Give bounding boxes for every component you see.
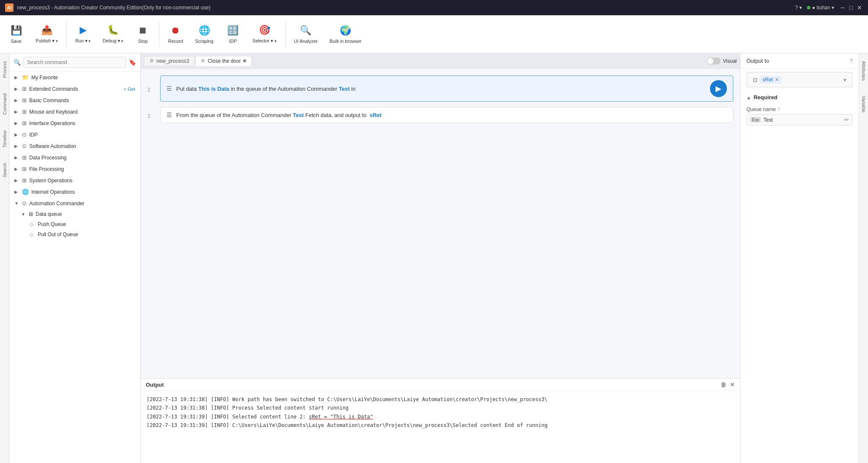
tree-item-label: File Processing xyxy=(29,166,64,172)
output-title: Output xyxy=(146,382,164,388)
output-header: Output 🗑 ✕ xyxy=(141,379,740,391)
tree-item-dataqueue[interactable]: ▼ ⊞ Data queue xyxy=(9,209,140,219)
arrow-icon: ▶ xyxy=(14,109,19,114)
arrow-icon: ▶ xyxy=(14,86,19,91)
workflow-step-3[interactable]: ☰ From the queue of the Automation Comma… xyxy=(160,107,733,123)
tab-bar: ⚙ new_process3 ⚙ Close the door Visual xyxy=(141,53,740,69)
search-bar: 🔍 🔖 xyxy=(9,53,140,72)
record-button[interactable]: ⏺ Record xyxy=(163,17,188,51)
grid-icon: ⊞ xyxy=(22,154,27,161)
unsaved-dot xyxy=(243,59,246,62)
stop-icon: ⏹ xyxy=(138,25,147,36)
tree-item-pushqueue[interactable]: ◇ Push Queue xyxy=(9,219,140,229)
required-label: Required xyxy=(754,94,777,100)
edit-queue-name-button[interactable]: ✏ xyxy=(844,117,849,123)
workflow-step-2[interactable]: ☰ Put data This is Data in the queue of … xyxy=(160,75,733,102)
bookmark-icon[interactable]: 🔖 xyxy=(129,59,136,66)
tree-item-internet[interactable]: ▶ 🌐 Internet Operations xyxy=(9,186,140,198)
search-input[interactable] xyxy=(23,57,126,68)
scraping-button[interactable]: 🌐 Scraping xyxy=(190,17,218,51)
queue-name-value: Test xyxy=(763,117,842,123)
side-tab-command[interactable]: Command xyxy=(1,90,8,118)
side-tab-process[interactable]: Process xyxy=(1,58,8,81)
ui-analyzer-button[interactable]: 🔍 UI Analyzer xyxy=(289,17,323,51)
arrow-icon: ▶ xyxy=(14,121,19,126)
clear-output-button[interactable]: 🗑 xyxy=(721,381,727,388)
tree-item-automation[interactable]: ▼ ⊙ Automation Commander xyxy=(9,198,140,209)
tree-item-mouse[interactable]: ▶ ⊞ Mouse and Keyboard xyxy=(9,106,140,117)
tree-item-label: Automation Commander xyxy=(29,201,84,206)
output-to-tag: sRet ✕ xyxy=(760,76,782,84)
arrow-icon: ▼ xyxy=(21,212,26,217)
tree-item-data[interactable]: ▶ ⊞ Data Processing xyxy=(9,152,140,163)
grid-icon: ⊞ xyxy=(22,120,27,126)
tree-item-software[interactable]: ▶ ⊙ Software Automation xyxy=(9,140,140,152)
run-label: Run ▾ xyxy=(75,38,91,44)
tree-item-interface[interactable]: ▶ ⊞ Interface Operations xyxy=(9,117,140,129)
publish-icon: 📤 xyxy=(41,25,53,36)
tree-item-favorite[interactable]: ▶ 📁 My Favorite xyxy=(9,72,140,83)
save-button[interactable]: 💾 Save xyxy=(3,17,29,51)
get-button[interactable]: + Get xyxy=(124,86,135,92)
tree-item-label: My Favorite xyxy=(31,75,58,81)
ui-analyzer-icon: 🔍 xyxy=(300,25,311,36)
close-output-button[interactable]: ✕ xyxy=(730,381,735,388)
output-to-dropdown[interactable]: ▾ xyxy=(843,77,846,83)
minimize-button[interactable]: ─ xyxy=(839,4,846,11)
builtin-browser-button[interactable]: 🌍 Built in browser xyxy=(324,17,366,51)
tree-item-extended[interactable]: ▶ ⊞ Extended Commands + Get xyxy=(9,83,140,95)
required-section-header[interactable]: ▲ Required xyxy=(740,91,859,104)
circle-icon: ⊙ xyxy=(22,200,27,206)
user-badge: ● liuhan ▾ xyxy=(807,5,834,11)
maximize-button[interactable]: □ xyxy=(848,4,854,11)
selector-label: Selector ▾ xyxy=(252,38,277,44)
idp-icon: 🔠 xyxy=(227,25,238,36)
tree-item-idp[interactable]: ▶ ⊙ IDP xyxy=(9,129,140,140)
step-icon: ☰ xyxy=(166,85,172,92)
side-tab-timeline[interactable]: Timeline xyxy=(1,127,8,151)
tree-item-pullqueue[interactable]: ◇ Pull Out of Queue xyxy=(9,229,140,240)
tree-item-basic[interactable]: ▶ ⊞ Basic Commands xyxy=(9,95,140,106)
right-panel-header: Output to ? xyxy=(740,53,859,69)
step-text-2: Put data This is Data in the queue of th… xyxy=(176,86,706,92)
main-layout: Process Command Timeline Search 🔍 🔖 ▶ 📁 … xyxy=(0,53,868,463)
window-title: new_process3 - Automation Creator Commun… xyxy=(17,5,211,11)
workflow-canvas: 2 ☰ Put data This is Data in the queue o… xyxy=(141,69,740,378)
debug-icon: 🐛 xyxy=(107,25,119,36)
queue-name-help[interactable]: ? xyxy=(777,107,780,112)
arrow-icon: ▶ xyxy=(14,144,19,148)
arrow-icon: ▶ xyxy=(14,167,19,171)
remove-tag-button[interactable]: ✕ xyxy=(775,77,779,83)
username[interactable]: ● liuhan ▾ xyxy=(812,5,834,11)
close-button[interactable]: ✕ xyxy=(856,4,863,11)
tree-item-label: Push Queue xyxy=(38,221,66,227)
tree-item-file[interactable]: ▶ ⊞ File Processing xyxy=(9,163,140,175)
publish-button[interactable]: 📤 Publish ▾ xyxy=(31,17,63,51)
grid-icon: ⊞ xyxy=(29,211,33,217)
tree-item-label: Pull Out of Queue xyxy=(38,232,78,237)
workflow-step-row-3: 3 ☰ From the queue of the Automation Com… xyxy=(147,107,733,126)
tab-close-door[interactable]: ⚙ Close the door xyxy=(195,56,252,66)
visual-toggle-switch[interactable] xyxy=(707,58,721,64)
output-to-help[interactable]: ? xyxy=(850,58,853,64)
tab-new-process3[interactable]: ⚙ new_process3 xyxy=(144,56,194,66)
right-side-tab-variable[interactable]: Variable xyxy=(860,92,867,116)
play-button[interactable]: ▶ xyxy=(710,80,727,97)
side-tab-search[interactable]: Search xyxy=(1,159,8,181)
circle-icon: ⊙ xyxy=(22,143,27,149)
stop-button[interactable]: ⏹ Stop xyxy=(130,17,155,51)
window-controls: ─ □ ✕ xyxy=(839,4,863,11)
help-icon[interactable]: ? ▾ xyxy=(795,5,802,11)
debug-button[interactable]: 🐛 Debug ▾ xyxy=(97,17,128,51)
selector-button[interactable]: 🎯 Selector ▾ xyxy=(247,17,282,51)
tree-item-system[interactable]: ▶ ⊞ System Operations xyxy=(9,175,140,186)
right-side-tab-attributes[interactable]: Attributes xyxy=(860,58,867,84)
idp-button[interactable]: 🔠 IDP xyxy=(220,17,246,51)
save-label: Save xyxy=(11,39,21,44)
builtin-browser-icon: 🌍 xyxy=(340,25,351,36)
output-icon: ⊡ xyxy=(753,77,757,83)
app-logo: AI xyxy=(5,3,14,12)
run-button[interactable]: ▶ Run ▾ xyxy=(70,17,96,51)
arrow-icon: ▶ xyxy=(14,75,19,80)
arrow-icon: ▶ xyxy=(14,132,19,137)
